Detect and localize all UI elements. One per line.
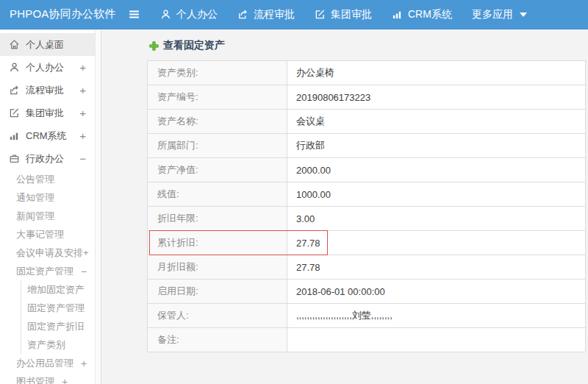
sidebar-item[interactable]: 资产类别 <box>21 335 95 354</box>
field-label: 资产净值: <box>148 158 287 182</box>
sidebar-item[interactable]: 行政办公− <box>0 147 95 170</box>
briefcase-icon <box>9 153 20 164</box>
sidebar-item[interactable]: 集团审批+ <box>0 102 95 124</box>
expand-toggle-icon[interactable]: + <box>79 129 86 142</box>
top-header: PHPOA协同办公软件 个人办公流程审批集团审批CRM系统更多应用 <box>0 0 588 29</box>
sidebar-item[interactable]: 办公用品管理+ <box>0 354 95 372</box>
top-nav: 个人办公流程审批集团审批CRM系统更多应用 <box>140 8 527 21</box>
sidebar-item[interactable]: 会议申请及安排+ <box>0 243 95 262</box>
field-label: 累计折旧: <box>148 231 287 255</box>
top-nav-item[interactable]: 集团审批 <box>315 8 372 21</box>
sidebar-item-label: 流程审批 <box>26 84 64 97</box>
person-icon <box>9 62 20 73</box>
sidebar-item-label: 资产类别 <box>27 338 65 352</box>
field-label: 资产编号: <box>148 85 287 110</box>
field-value: 会议桌 <box>287 110 586 134</box>
expand-toggle-icon[interactable]: + <box>79 107 86 119</box>
sidebar-item[interactable]: 固定资产折旧 <box>21 317 95 335</box>
sidebar-item-label: 行政办公 <box>26 152 64 166</box>
person-icon <box>160 9 171 20</box>
field-value: 1000.00 <box>287 182 586 207</box>
table-row: 备注: <box>148 328 586 352</box>
top-nav-item[interactable]: 更多应用 <box>472 8 527 21</box>
field-label: 资产类别: <box>148 61 287 85</box>
sidebar-item[interactable]: 新闻管理 <box>0 207 95 225</box>
app-window: PHPOA协同办公软件 个人办公流程审批集团审批CRM系统更多应用 个人桌面个人… <box>0 0 588 384</box>
sidebar-item-label: 办公用品管理 <box>16 357 74 370</box>
edit-icon <box>315 9 326 20</box>
field-value: 2000.00 <box>287 158 586 182</box>
home-icon <box>9 39 20 50</box>
field-label: 月折旧额: <box>148 255 287 280</box>
sidebar-item-label: 个人桌面 <box>26 38 64 51</box>
sidebar-item[interactable]: 图书管理+ <box>0 372 95 384</box>
field-label: 残值: <box>148 182 287 207</box>
table-row: 折旧年限:3.00 <box>148 207 586 231</box>
table-row: 资产编号:20190806173223 <box>148 85 586 110</box>
sidebar-item[interactable]: 大事记管理 <box>0 225 95 243</box>
table-row: 残值:1000.00 <box>148 182 586 207</box>
sidebar-item-label: CRM系统 <box>26 129 67 143</box>
sidebar-item-label: 公告管理 <box>16 173 54 186</box>
title-row: 查看固定资产 <box>149 39 588 52</box>
field-value: 27.78 <box>287 255 586 280</box>
field-value: 27.78 <box>287 231 586 255</box>
expand-toggle-icon[interactable]: + <box>62 376 68 384</box>
main-content: 查看固定资产 资产类别:办公桌椅资产编号:20190806173223资产名称:… <box>101 30 588 384</box>
sidebar-item[interactable]: 固定资产管理 <box>21 299 95 317</box>
field-value: 行政部 <box>287 134 586 158</box>
hamburger-menu-icon[interactable] <box>128 8 140 21</box>
edit-icon <box>9 107 20 118</box>
top-nav-item[interactable]: 流程审批 <box>237 8 295 21</box>
table-row: 资产净值:2000.00 <box>148 158 586 182</box>
sidebar-item[interactable]: CRM系统+ <box>0 124 95 147</box>
share-icon <box>9 85 20 96</box>
field-value: 2018-06-01 00:00:00 <box>287 280 586 304</box>
field-label: 备注: <box>148 328 287 352</box>
field-value: 3.00 <box>287 207 586 231</box>
sidebar-item[interactable]: 流程审批+ <box>0 79 95 102</box>
field-value: 20190806173223 <box>287 85 586 110</box>
field-label: 资产名称: <box>148 110 287 134</box>
top-nav-item[interactable]: 个人办公 <box>160 8 218 21</box>
sidebar-item[interactable]: 个人桌面 <box>0 33 95 56</box>
expand-toggle-icon[interactable]: − <box>79 152 86 165</box>
sidebar-item-label: 增加固定资产 <box>27 283 85 296</box>
field-label: 启用日期: <box>148 280 287 304</box>
top-nav-item-label: 流程审批 <box>254 8 295 21</box>
sidebar-item[interactable]: 公告管理 <box>0 170 95 188</box>
chart-icon <box>9 130 20 141</box>
expand-toggle-icon[interactable]: − <box>81 266 87 277</box>
sidebar-item-label: 个人办公 <box>26 61 64 74</box>
sidebar-item[interactable]: 通知管理 <box>0 188 95 207</box>
caret-down-icon <box>520 13 527 17</box>
top-nav-item[interactable]: CRM系统 <box>392 8 452 21</box>
sidebar-item[interactable]: 增加固定资产 <box>21 280 95 299</box>
field-value <box>287 328 586 352</box>
expand-toggle-icon[interactable]: + <box>81 358 87 369</box>
table-row: 资产名称:会议桌 <box>148 110 586 134</box>
sidebar-scrollbar[interactable] <box>95 30 101 384</box>
sidebar-item[interactable]: 固定资产管理− <box>0 262 95 280</box>
expand-toggle-icon[interactable]: + <box>79 84 86 96</box>
share-icon <box>237 9 248 20</box>
sidebar-item-label: 通知管理 <box>16 191 54 205</box>
sidebar-item-label: 新闻管理 <box>16 210 54 223</box>
sidebar-item-label: 大事记管理 <box>16 228 64 241</box>
sidebar-item-label: 会议申请及安排+ <box>16 246 89 260</box>
sidebar-item[interactable]: 个人办公+ <box>0 56 95 79</box>
sidebar-menu: 个人桌面个人办公+流程审批+集团审批+CRM系统+行政办公−公告管理通知管理新闻… <box>0 30 95 384</box>
expand-toggle-icon[interactable]: + <box>79 61 86 74</box>
sidebar-item-label: 集团审批 <box>26 107 64 120</box>
top-nav-item-label: CRM系统 <box>408 8 452 21</box>
field-value: ,,,,,,,,,,,,,,,,,,,,,刘莹,,,,,,,, <box>287 304 586 328</box>
table-row: 累计折旧:27.78 <box>148 231 586 255</box>
top-nav-item-label: 更多应用 <box>472 8 513 21</box>
field-label: 所属部门: <box>148 134 287 158</box>
field-value: 办公桌椅 <box>287 61 586 85</box>
table-row: 所属部门:行政部 <box>148 134 586 158</box>
asset-detail-table: 资产类别:办公桌椅资产编号:20190806173223资产名称:会议桌所属部门… <box>147 60 586 352</box>
asset-detail-tbody: 资产类别:办公桌椅资产编号:20190806173223资产名称:会议桌所属部门… <box>148 61 586 352</box>
table-row: 月折旧额:27.78 <box>148 255 586 280</box>
add-green-icon <box>149 41 159 51</box>
